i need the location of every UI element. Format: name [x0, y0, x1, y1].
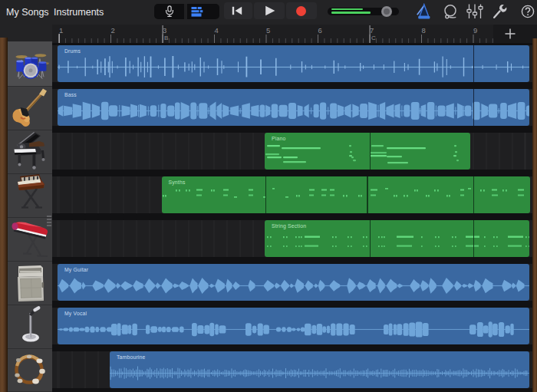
svg-text:7: 7	[370, 26, 374, 35]
svg-text:3: 3	[163, 26, 166, 35]
svg-text:5: 5	[266, 26, 270, 35]
svg-text:1: 1	[59, 26, 63, 35]
svg-text:C: C	[371, 35, 376, 41]
svg-text:B: B	[164, 35, 168, 41]
svg-text:4: 4	[215, 26, 219, 35]
svg-text:9: 9	[473, 26, 477, 35]
svg-text:2: 2	[111, 26, 115, 35]
svg-text:8: 8	[422, 26, 426, 35]
svg-text:6: 6	[318, 26, 322, 35]
